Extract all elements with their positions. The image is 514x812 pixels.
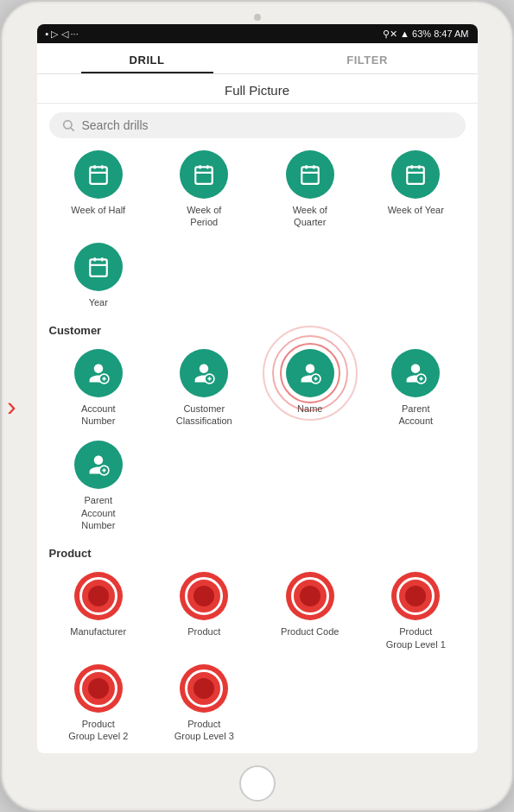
week-of-half-label: Week of Half — [71, 204, 125, 216]
svg-rect-18 — [90, 259, 107, 276]
time-partial-group: Week of Half Week of Period Week of Quar… — [46, 143, 469, 236]
tab-filter[interactable]: FILTER — [257, 43, 478, 73]
product-group-level-1-label: Product Group Level 1 — [385, 625, 446, 650]
screen: ▪ ▷ ◁ ··· ⚲✕ ▲ 63% 8:47 AM DRILL FILTER … — [37, 24, 478, 753]
search-bar[interactable] — [49, 112, 466, 138]
status-left: ▪ ▷ ◁ ··· — [46, 29, 79, 40]
list-item[interactable]: Account Number — [46, 342, 152, 435]
product-icon — [180, 572, 228, 620]
week-of-period-icon — [180, 150, 228, 199]
tablet-device: › ▪ ▷ ◁ ··· ⚲✕ ▲ 63% 8:47 AM DRILL FILTE… — [0, 0, 514, 812]
list-item[interactable]: Name — [257, 342, 364, 435]
year-icon — [74, 243, 123, 291]
list-item[interactable]: Year — [46, 236, 152, 315]
parent-account-icon — [391, 349, 440, 397]
name-icon — [286, 349, 334, 397]
manufacturer-icon — [74, 572, 123, 620]
search-input[interactable] — [82, 118, 454, 132]
week-of-year-label: Week of Year — [388, 204, 444, 216]
week-of-half-icon — [74, 150, 123, 199]
list-item[interactable]: Customer Classification — [151, 342, 257, 435]
list-item[interactable]: Week of Year — [363, 143, 469, 236]
list-item[interactable]: Week of Quarter — [257, 143, 364, 236]
status-icons: ▪ ▷ ◁ ··· — [46, 29, 79, 40]
svg-point-0 — [63, 121, 71, 129]
product-code-label: Product Code — [281, 625, 339, 638]
list-item[interactable]: Parent Account — [363, 342, 469, 435]
parent-account-number-icon — [74, 441, 123, 489]
parent-account-label: Parent Account — [385, 403, 446, 428]
list-item[interactable]: Week of Half — [46, 143, 152, 236]
product-group-level-1-icon — [391, 572, 440, 620]
home-button[interactable] — [239, 765, 276, 802]
customer-group: Account Number Customer Classification — [46, 342, 469, 538]
list-item[interactable]: Product — [151, 565, 257, 657]
name-icon-wrapper — [286, 349, 334, 397]
tab-drill[interactable]: DRILL — [37, 43, 257, 73]
svg-line-1 — [71, 128, 74, 131]
list-item[interactable]: Week of Period — [151, 143, 257, 236]
svg-rect-2 — [90, 167, 107, 184]
account-number-icon — [74, 349, 123, 397]
product-group-level-3-label: Product Group Level 3 — [174, 718, 234, 743]
svg-rect-6 — [196, 167, 213, 184]
parent-account-number-label: Parent Account Number — [68, 494, 129, 531]
list-item[interactable]: Manufacturer — [46, 565, 152, 657]
year-group: Year — [46, 236, 469, 315]
list-item[interactable]: Parent Account Number — [46, 434, 152, 538]
list-item[interactable]: Product Code — [257, 565, 364, 657]
svg-rect-10 — [301, 167, 319, 184]
list-item[interactable]: Product Group Level 1 — [363, 565, 469, 657]
status-bar: ▪ ▷ ◁ ··· ⚲✕ ▲ 63% 8:47 AM — [37, 24, 478, 43]
list-item[interactable]: Product Group Level 2 — [46, 657, 152, 750]
product-group: Manufacturer Product — [46, 565, 469, 749]
week-of-quarter-icon — [286, 150, 334, 199]
search-icon — [61, 118, 75, 132]
product-group-level-2-label: Product Group Level 2 — [68, 718, 129, 743]
status-right: ⚲✕ ▲ 63% 8:47 AM — [383, 29, 468, 40]
list-item[interactable]: Product Group Level 3 — [151, 657, 257, 750]
camera — [254, 14, 261, 21]
side-arrow[interactable]: › — [7, 390, 16, 422]
account-number-label: Account Number — [68, 403, 129, 428]
product-group-level-3-icon — [180, 664, 228, 713]
product-code-icon — [286, 572, 334, 620]
manufacturer-label: Manufacturer — [70, 625, 126, 638]
status-info: ⚲✕ ▲ 63% 8:47 AM — [383, 29, 468, 40]
week-of-period-label: Week of Period — [174, 204, 234, 229]
year-label: Year — [89, 296, 108, 308]
product-group-level-2-icon — [74, 664, 123, 713]
customer-classification-icon — [180, 349, 228, 397]
customer-group-label: Customer — [49, 324, 466, 337]
scroll-area[interactable]: Week of Half Week of Period Week of Quar… — [37, 143, 478, 753]
customer-classification-label: Customer Classification — [174, 403, 234, 428]
week-of-year-icon — [391, 150, 440, 199]
svg-rect-14 — [408, 167, 425, 184]
product-group-label: Product — [49, 547, 466, 560]
week-of-quarter-label: Week of Quarter — [280, 204, 340, 229]
section-title: Full Picture — [37, 74, 478, 104]
product-label: Product — [187, 625, 220, 638]
tab-bar: DRILL FILTER — [37, 43, 478, 74]
